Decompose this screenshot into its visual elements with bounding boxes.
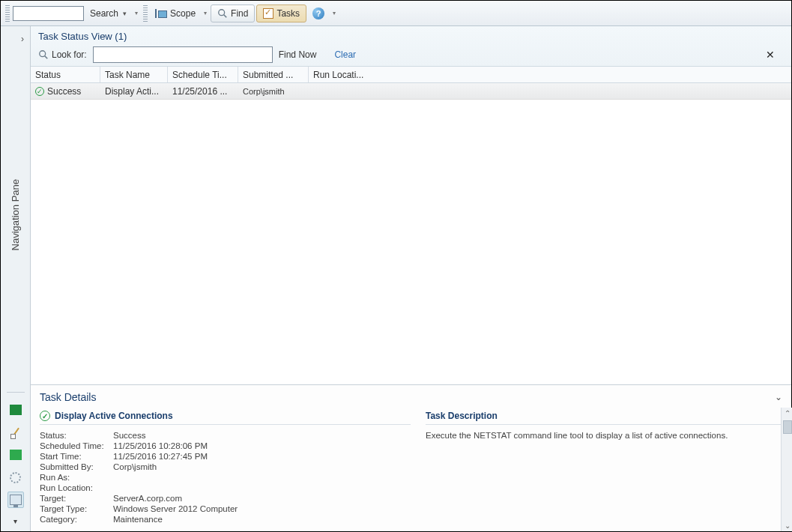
success-icon: ✓ [35,87,44,96]
cell-schedule: 11/25/2016 ... [168,86,238,97]
workspace-icon [10,495,22,505]
nav-icon-reporting[interactable] [7,447,24,463]
task-description-text: Execute the NETSTAT command line tool to… [426,431,785,440]
nav-expand-chevron-icon[interactable]: › [21,34,30,44]
toolbar-overflow-2[interactable]: ▾ [202,10,209,16]
findnow-link[interactable]: Find Now [279,49,317,60]
scope-button[interactable]: Scope [151,4,200,22]
svg-line-3 [45,56,48,59]
navigation-pane-label[interactable]: Navigation Pane [10,179,21,250]
kv-scheduled: Scheduled Time:11/25/2016 10:28:06 PM [40,441,411,450]
svg-line-1 [224,14,227,17]
scroll-down-arrow-icon[interactable]: ⌄ [785,520,791,531]
search-dropdown[interactable]: Search [85,4,131,22]
main-toolbar: Search ▾ Scope ▾ Find Tasks ? ▾ [1,1,791,26]
col-header-taskname[interactable]: Task Name [100,67,168,82]
lookfor-label: Look for: [52,49,87,60]
scope-icon [155,8,167,19]
kv-runloc: Run Location: [40,483,411,492]
help-button[interactable]: ? [308,4,329,22]
kv-start: Start Time:11/25/2016 10:27:45 PM [40,452,411,461]
body-area: › Navigation Pane ▾ Task Status View (1) [1,26,791,531]
lookfor-input[interactable] [93,46,273,63]
cell-status: ✓ Success [31,86,100,97]
grid-header: Status Task Name Schedule Ti... Submitte… [31,67,791,83]
find-label: Find [231,8,248,19]
toolbar-overflow-1[interactable]: ▾ [133,10,140,16]
nav-icon-admin[interactable] [7,469,24,486]
task-details-header: Task Details ⌄ [31,385,791,408]
cell-submitted: Corp\jsmith [238,87,309,96]
table-row[interactable]: ✓ Success Display Acti... 11/25/2016 ...… [31,83,791,100]
details-scrollbar[interactable]: ⌃ ⌄ [781,408,792,531]
view-header: Task Status View (1) Look for: Find Now … [31,26,791,67]
details-left-column: ✓ Display Active Connections Status:Succ… [40,411,411,525]
clear-link[interactable]: Clear [334,49,356,60]
find-button[interactable]: Find [211,4,255,22]
magnifier-icon [217,8,228,19]
toolbar-gripper [5,5,10,22]
cell-status-text: Success [47,86,81,97]
lookfor-row: Look for: Find Now Clear ✕ [38,46,784,63]
tasks-icon [263,8,273,19]
nav-icon-stack: ▾ [7,390,25,531]
report-icon [10,450,22,460]
scroll-up-arrow-icon[interactable]: ⌃ [785,408,791,419]
gear-icon [10,472,21,483]
task-details-body: ✓ Display Active Connections Status:Succ… [31,408,791,531]
monitor-icon [10,405,22,415]
task-details-panel: Task Details ⌄ ✓ Display Active Connecti… [31,384,791,531]
tasks-button[interactable]: Tasks [256,4,306,22]
details-collapse-chevron-icon[interactable]: ⌄ [775,392,782,402]
navigation-pane-collapsed: › Navigation Pane ▾ [1,26,31,531]
search-input[interactable] [13,6,84,21]
view-title: Task Status View (1) [38,31,784,42]
nav-separator [7,392,25,393]
nav-icon-monitoring[interactable] [7,402,24,418]
col-header-runlocation[interactable]: Run Locati... [309,67,376,82]
toolbar-gripper-2 [143,5,148,22]
nav-icon-workspace[interactable] [7,492,24,508]
help-icon: ? [312,7,324,19]
task-title-text: Display Active Connections [55,411,173,421]
lookfor-label-group: Look for: [38,49,87,60]
scope-label: Scope [170,8,196,19]
kv-runas: Run As: [40,473,411,482]
col-header-schedule[interactable]: Schedule Ti... [168,67,238,82]
cell-taskname: Display Acti... [100,86,168,97]
task-details-title: Task Details [40,391,96,403]
scroll-thumb[interactable] [783,420,792,434]
kv-submitted: Submitted By:Corp\jsmith [40,462,411,471]
details-right-column: Task Description Execute the NETSTAT com… [426,411,785,525]
task-title-row: ✓ Display Active Connections [40,411,411,425]
nav-icon-authoring[interactable] [7,424,24,441]
col-header-status[interactable]: Status [31,67,100,82]
svg-point-2 [40,51,46,57]
app-window: Search ▾ Scope ▾ Find Tasks ? ▾ › Naviga… [0,0,792,532]
lookfor-magnifier-icon [38,49,49,60]
col-header-submitted[interactable]: Submitted ... [238,67,309,82]
kv-targettype: Target Type:Windows Server 2012 Computer [40,504,411,513]
kv-target: Target:ServerA.corp.com [40,494,411,503]
main-content: Task Status View (1) Look for: Find Now … [31,26,791,531]
tasks-label: Tasks [276,8,300,19]
toolbar-overflow-3[interactable]: ▾ [330,10,338,16]
kv-status: Status:Success [40,431,411,440]
kv-category: Category:Maintenance [40,515,411,524]
pencil-icon [10,426,22,438]
close-icon[interactable]: ✕ [766,49,784,61]
nav-collapse-arrow-icon[interactable]: ▾ [13,517,17,525]
svg-point-0 [219,9,225,15]
grid-body: ✓ Success Display Acti... 11/25/2016 ...… [31,83,791,384]
task-description-title: Task Description [426,411,785,425]
success-icon: ✓ [40,411,50,421]
